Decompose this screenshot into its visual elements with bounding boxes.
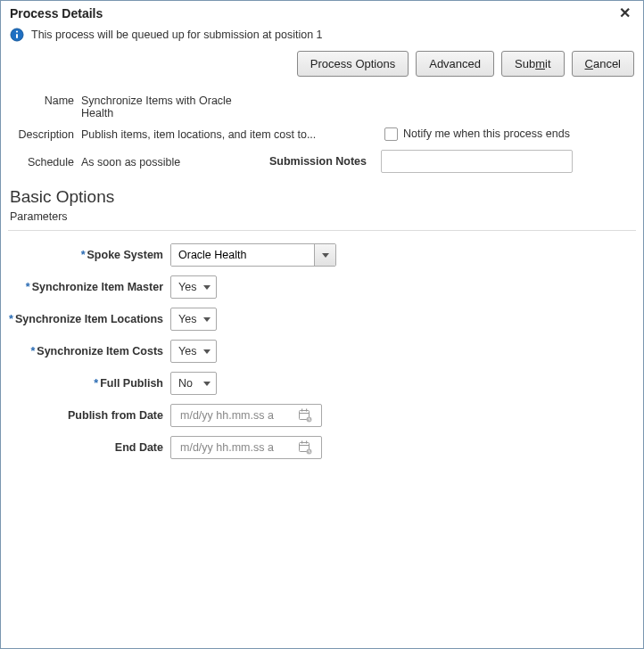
publish-from-date-label: Publish from Date [68, 409, 163, 422]
spoke-system-row: *Spoke System [1, 243, 643, 267]
end-date-input[interactable] [178, 440, 293, 455]
sync-item-master-select[interactable]: Yes [170, 275, 217, 299]
calendar-icon[interactable] [293, 408, 318, 423]
divider [8, 230, 636, 231]
close-icon[interactable]: ✕ [615, 6, 634, 21]
publish-from-date-row: Publish from Date [1, 404, 643, 427]
dialog-title: Process Details [10, 6, 103, 21]
name-label: Name [10, 93, 81, 107]
meta-section: Name Synchronize Items with Oracle Healt… [1, 93, 643, 182]
end-date-label: End Date [115, 441, 163, 454]
notify-checkbox[interactable] [384, 127, 398, 141]
description-row: Description Publish items, item location… [10, 127, 634, 141]
spoke-system-select[interactable] [170, 243, 336, 267]
submission-notes-input[interactable] [381, 150, 573, 173]
calendar-icon[interactable] [293, 440, 318, 455]
sync-item-master-value: Yes [178, 281, 196, 293]
required-mark: * [30, 345, 35, 357]
sync-item-locations-row: *Synchronize Item Locations Yes [1, 308, 643, 331]
process-details-dialog: Process Details ✕ This process will be q… [0, 0, 644, 649]
caret-down-icon [203, 285, 211, 290]
svg-rect-6 [306, 409, 307, 412]
info-message: This process will be queued up for submi… [31, 29, 323, 41]
svg-rect-12 [301, 441, 302, 444]
publish-from-date-input[interactable] [178, 408, 293, 423]
sync-item-master-row: *Synchronize Item Master Yes [1, 275, 643, 299]
submit-button[interactable]: Submit [501, 51, 564, 77]
full-publish-label: Full Publish [100, 377, 163, 390]
required-mark: * [26, 281, 30, 293]
parameters-section: *Spoke System *Synchronize Item Master Y… [1, 243, 643, 459]
schedule-label: Schedule [10, 154, 81, 168]
spoke-system-label: Spoke System [87, 249, 163, 261]
sync-item-locations-value: Yes [178, 313, 196, 325]
svg-point-2 [16, 30, 18, 32]
sync-item-costs-row: *Synchronize Item Costs Yes [1, 340, 643, 363]
spoke-system-dropdown-button[interactable] [314, 244, 335, 266]
cancel-button[interactable]: Cancel [572, 51, 634, 77]
info-icon [10, 28, 24, 42]
svg-rect-13 [306, 441, 307, 444]
caret-down-icon [203, 317, 211, 322]
sync-item-costs-label: Synchronize Item Costs [37, 345, 163, 357]
svg-line-16 [310, 452, 310, 453]
parameters-title: Parameters [1, 209, 643, 226]
process-options-button[interactable]: Process Options [297, 51, 409, 77]
full-publish-select[interactable]: No [170, 372, 217, 395]
sync-item-locations-label: Synchronize Item Locations [15, 313, 163, 325]
svg-line-9 [310, 420, 310, 421]
publish-from-date-field [170, 404, 322, 427]
sync-item-locations-select[interactable]: Yes [170, 308, 217, 331]
caret-down-icon [203, 382, 211, 386]
required-mark: * [81, 249, 86, 261]
action-buttons: Process Options Advanced Submit Cancel [1, 51, 643, 93]
full-publish-row: *Full Publish No [1, 372, 643, 395]
svg-rect-5 [301, 409, 302, 412]
basic-options-title: Basic Options [1, 182, 643, 209]
caret-down-icon [322, 253, 329, 258]
sync-item-master-label: Synchronize Item Master [32, 281, 163, 293]
notify-label: Notify me when this process ends [403, 127, 570, 140]
required-mark: * [9, 313, 13, 325]
end-date-row: End Date [1, 436, 643, 459]
name-row: Name Synchronize Items with Oracle Healt… [10, 93, 634, 119]
description-label: Description [10, 127, 81, 141]
name-value: Synchronize Items with Oracle Health [81, 93, 242, 119]
schedule-value: As soon as possible [81, 154, 180, 168]
full-publish-value: No [178, 377, 193, 390]
advanced-button[interactable]: Advanced [416, 51, 494, 77]
dialog-header: Process Details ✕ [1, 1, 643, 24]
spoke-system-value[interactable] [171, 244, 314, 266]
sync-item-costs-select[interactable]: Yes [170, 340, 217, 363]
submission-notes-label: Submission Notes [268, 155, 376, 168]
schedule-row: Schedule As soon as possible Submission … [10, 150, 634, 173]
info-row: This process will be queued up for submi… [1, 24, 643, 51]
required-mark: * [94, 377, 98, 390]
sync-item-costs-value: Yes [178, 345, 196, 357]
caret-down-icon [203, 349, 211, 354]
description-value: Publish items, item locations, and item … [81, 127, 316, 141]
end-date-field [170, 436, 322, 459]
svg-rect-1 [16, 34, 18, 38]
